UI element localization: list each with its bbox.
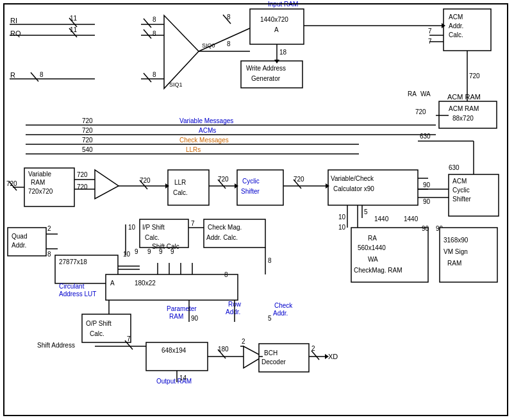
svg-text:8: 8 [153, 71, 156, 78]
svg-text:648x194: 648x194 [162, 347, 187, 354]
svg-text:LLRs: LLRs [186, 146, 201, 153]
svg-text:Calculator x90: Calculator x90 [333, 185, 374, 192]
svg-text:XD: XD [328, 353, 338, 360]
svg-text:10: 10 [338, 214, 346, 221]
svg-text:90: 90 [422, 225, 429, 232]
svg-text:90: 90 [423, 181, 431, 189]
svg-text:Addr. Calc.: Addr. Calc. [206, 234, 238, 241]
svg-text:Shift Address: Shift Address [37, 342, 75, 349]
svg-text:A: A [274, 26, 279, 33]
svg-text:CheckMag. RAM: CheckMag. RAM [354, 267, 402, 274]
svg-text:18: 18 [279, 49, 287, 56]
svg-rect-172 [259, 344, 309, 372]
svg-text:720: 720 [6, 180, 17, 187]
svg-text:540: 540 [82, 146, 93, 153]
svg-text:Calc.: Calc. [90, 330, 104, 337]
svg-text:11: 11 [70, 15, 78, 22]
svg-text:9: 9 [147, 248, 151, 255]
svg-text:SIQ0: SIQ0 [202, 42, 215, 49]
svg-text:Parameter: Parameter [167, 305, 197, 312]
svg-text:Addr.: Addr. [273, 310, 288, 317]
svg-text:Generator: Generator [251, 75, 281, 82]
svg-text:7: 7 [428, 38, 432, 45]
svg-text:RA: RA [408, 90, 417, 97]
svg-text:Addr.: Addr. [12, 242, 26, 249]
svg-text:ACM RAM: ACM RAM [447, 93, 481, 101]
svg-text:Calc.: Calc. [173, 189, 188, 196]
svg-rect-155 [82, 314, 131, 342]
svg-text:10: 10 [123, 251, 131, 258]
svg-text:RA: RA [368, 235, 377, 242]
svg-text:Variable/Check: Variable/Check [331, 175, 374, 182]
svg-text:RI: RI [10, 17, 17, 24]
svg-text:Shifter: Shifter [241, 188, 260, 195]
svg-text:27877x18: 27877x18 [59, 258, 87, 265]
svg-text:2: 2 [242, 338, 245, 345]
svg-text:Circulant: Circulant [59, 283, 85, 290]
svg-text:RAM: RAM [31, 179, 45, 186]
svg-text:720: 720 [82, 117, 93, 124]
svg-text:I/P Shift: I/P Shift [142, 224, 165, 231]
svg-text:Check Mag.: Check Mag. [208, 224, 242, 231]
svg-text:Check Messages: Check Messages [179, 137, 229, 144]
svg-text:LLR: LLR [174, 179, 186, 186]
svg-text:A: A [110, 280, 115, 287]
svg-text:9: 9 [135, 248, 138, 255]
svg-text:Calc.: Calc. [449, 31, 463, 38]
svg-text:8: 8 [40, 71, 44, 78]
svg-text:5: 5 [364, 208, 368, 215]
svg-text:ACM: ACM [449, 13, 463, 21]
svg-text:560x1440: 560x1440 [358, 244, 386, 251]
svg-text:Addr.: Addr. [226, 308, 240, 315]
svg-text:7: 7 [428, 28, 432, 35]
svg-rect-148 [106, 274, 238, 300]
diagram: RI RQ 11 11 R 8 8 8 8 SIQ1 SIQ0 8 8 Inpu… [0, 0, 514, 420]
svg-text:90: 90 [191, 315, 199, 322]
svg-text:14: 14 [179, 374, 187, 382]
svg-text:180x22: 180x22 [135, 280, 156, 287]
svg-text:10: 10 [338, 224, 346, 231]
svg-text:630: 630 [449, 164, 460, 171]
svg-text:8: 8 [47, 251, 51, 258]
svg-text:7: 7 [191, 220, 195, 227]
svg-text:WA: WA [420, 90, 431, 97]
svg-text:R: R [10, 71, 15, 79]
svg-text:2: 2 [311, 345, 315, 352]
svg-text:3168x90: 3168x90 [444, 237, 468, 244]
diagram-svg: RI RQ 11 11 R 8 8 8 8 SIQ1 SIQ0 8 8 Inpu… [0, 0, 514, 420]
svg-text:RAM: RAM [447, 260, 461, 267]
svg-text:Address LUT: Address LUT [59, 290, 96, 298]
svg-text:Decoder: Decoder [261, 358, 286, 365]
svg-text:Variable Messages: Variable Messages [179, 117, 233, 124]
svg-text:720: 720 [77, 171, 88, 178]
svg-text:720: 720 [140, 177, 151, 184]
svg-text:Cyclic: Cyclic [452, 187, 470, 194]
svg-text:720: 720 [415, 108, 426, 115]
svg-text:Write Address: Write Address [246, 65, 286, 72]
svg-text:2: 2 [47, 225, 51, 232]
svg-text:BCH: BCH [264, 349, 278, 357]
svg-text:SIQ1: SIQ1 [169, 81, 183, 88]
svg-text:ACMs: ACMs [199, 127, 216, 134]
svg-text:Quad: Quad [12, 233, 27, 240]
svg-text:8: 8 [224, 271, 228, 278]
svg-text:9: 9 [159, 248, 163, 255]
svg-text:10: 10 [128, 224, 136, 231]
svg-text:5: 5 [268, 315, 272, 322]
svg-text:Calc.: Calc. [145, 234, 160, 241]
svg-rect-82 [168, 170, 209, 205]
svg-text:ACM: ACM [452, 178, 467, 185]
svg-text:720: 720 [82, 137, 93, 144]
svg-text:ACM RAM: ACM RAM [449, 105, 479, 112]
svg-text:8: 8 [153, 16, 156, 23]
svg-text:VM Sign: VM Sign [444, 248, 468, 255]
svg-text:1440: 1440 [374, 215, 389, 223]
svg-text:720: 720 [77, 183, 88, 190]
svg-text:8: 8 [153, 30, 156, 37]
svg-text:RAM: RAM [169, 313, 183, 320]
svg-text:7: 7 [127, 335, 131, 342]
svg-text:11: 11 [70, 26, 78, 33]
svg-text:9: 9 [170, 248, 174, 255]
svg-text:720x720: 720x720 [28, 188, 53, 195]
svg-text:Check: Check [274, 302, 293, 309]
